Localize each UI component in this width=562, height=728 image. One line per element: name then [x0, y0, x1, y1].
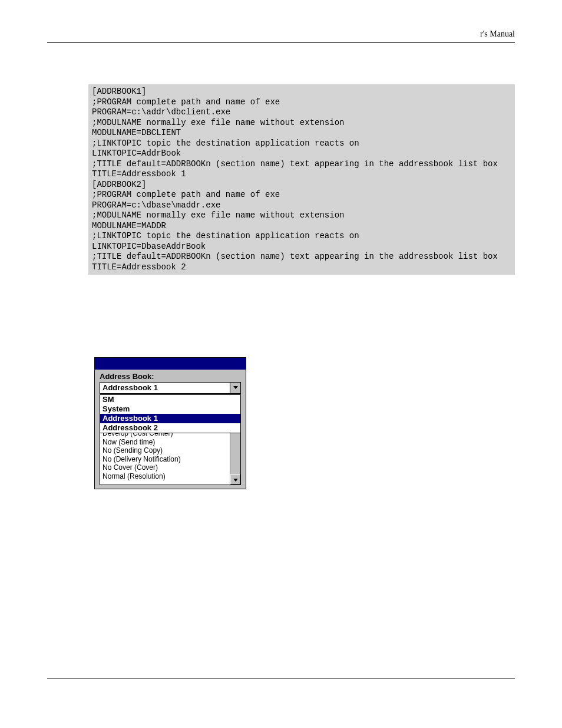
code-line: ;MODULNAME normally exe file name withou… — [92, 210, 344, 220]
code-line: ;PROGRAM complete path and name of exe — [92, 97, 280, 107]
dropdown-item-sm[interactable]: SM — [100, 395, 240, 404]
code-line: MODULNAME=MADDR — [92, 221, 166, 230]
code-line: ;MODULNAME normally exe file name withou… — [92, 118, 344, 127]
code-line: LINKTOPIC=DbaseAddrBook — [92, 242, 206, 251]
chevron-down-icon — [233, 474, 238, 485]
settings-listbox[interactable]: Develop (Cost Center) Now (Send time) No… — [100, 433, 241, 485]
code-line: ;TITLE default=ADDRBOOKn (section name) … — [92, 252, 498, 261]
list-item[interactable]: No Cover (Cover) — [103, 463, 227, 472]
code-line: [ADDRBOOK1] — [92, 87, 146, 96]
list-item[interactable]: Now (Send time) — [103, 438, 227, 447]
code-line: TITLE=Addressbook 1 — [92, 169, 186, 179]
address-book-dropdown-list[interactable]: SM System Addressbook 1 Addressbook 2 — [100, 394, 241, 433]
list-item[interactable]: Develop (Cost Center) — [103, 433, 227, 438]
dropdown-item-addressbook2[interactable]: Addressbook 2 — [100, 423, 240, 433]
code-line: ;PROGRAM complete path and name of exe — [92, 190, 280, 199]
dialog-titlebar[interactable] — [95, 358, 246, 370]
code-line: PROGRAM=c:\dbase\maddr.exe — [92, 200, 220, 210]
svg-marker-1 — [233, 479, 238, 482]
scroll-down-button[interactable] — [230, 474, 240, 485]
address-book-label: Address Book: — [100, 372, 241, 381]
address-book-combo[interactable]: Addressbook 1 — [100, 382, 241, 394]
combo-dropdown-button[interactable] — [230, 383, 240, 393]
list-item[interactable]: No (Sending Copy) — [103, 446, 227, 455]
code-line: [ADDRBOOK2] — [92, 180, 146, 189]
header-title-fragment: r's Manual — [480, 29, 515, 38]
list-item[interactable]: Normal (Resolution) — [103, 472, 227, 481]
chevron-down-icon — [233, 386, 238, 390]
listbox-scrollbar[interactable] — [230, 433, 240, 485]
code-line: ;TITLE default=ADDRBOOKn (section name) … — [92, 159, 498, 169]
code-line: MODULNAME=DBCLIENT — [92, 128, 181, 137]
address-book-dialog: Address Book: Addressbook 1 SM System Ad… — [94, 357, 246, 489]
page-header: r's Manual — [47, 29, 515, 43]
dropdown-item-system[interactable]: System — [100, 404, 240, 414]
dropdown-item-addressbook1[interactable]: Addressbook 1 — [100, 414, 240, 423]
listbox-content: Develop (Cost Center) Now (Send time) No… — [100, 433, 230, 485]
combo-selected-text: Addressbook 1 — [100, 383, 230, 393]
code-line: ;LINKTOPIC topic the destination applica… — [92, 139, 359, 148]
code-line: TITLE=Addressbook 2 — [92, 262, 186, 272]
code-line: ;LINKTOPIC topic the destination applica… — [92, 231, 359, 241]
list-item[interactable]: No (Delivery Notification) — [103, 455, 227, 464]
code-line: PROGRAM=c:\addr\dbclient.exe — [92, 107, 230, 117]
footer-rule — [47, 678, 515, 678]
code-line: LINKTOPIC=AddrBook — [92, 149, 181, 158]
svg-marker-0 — [233, 386, 238, 389]
config-code-block: [ADDRBOOK1] ;PROGRAM complete path and n… — [88, 84, 515, 275]
